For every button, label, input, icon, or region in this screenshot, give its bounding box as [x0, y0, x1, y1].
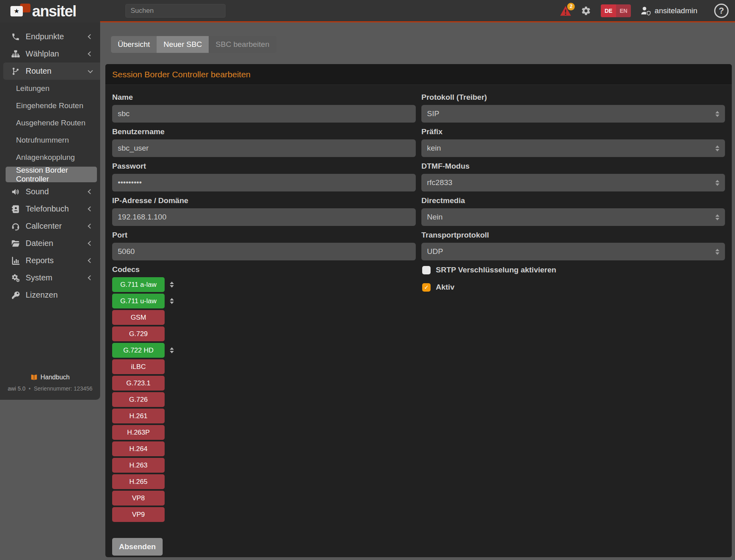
name-field[interactable] — [112, 105, 416, 123]
select-arrows-icon — [715, 214, 719, 220]
form-right-column: Protokoll (Treiber) SIP Präfix kein DTMF… — [421, 93, 725, 556]
sidebar-item-endpunkte[interactable]: Endpunkte — [0, 28, 100, 45]
password-label: Passwort — [112, 162, 416, 171]
dtmf-select[interactable]: rfc2833 — [421, 174, 725, 191]
sort-handle-icon[interactable] — [170, 282, 174, 288]
search-input[interactable] — [125, 4, 226, 18]
code-branch-icon — [10, 67, 21, 76]
sidebar-item-callcenter[interactable]: Callcenter — [0, 218, 100, 235]
submenu-item-anlagenkopplung[interactable]: Anlagenkopplung — [0, 149, 100, 166]
logo-speech-bubbles-icon: ★ — [10, 2, 31, 20]
accent-divider — [100, 21, 735, 22]
sidebar-item-reports[interactable]: Reports — [0, 252, 100, 269]
brand-name: ansitel — [32, 3, 76, 20]
ip-field[interactable] — [112, 208, 416, 226]
port-field[interactable] — [112, 243, 416, 260]
directmedia-label: Directmedia — [421, 196, 725, 205]
submenu-item-eingehende-routen[interactable]: Eingehende Routen — [0, 97, 100, 114]
warning-count-badge: 2 — [567, 3, 575, 10]
tab-bar: Übersicht Neuer SBC SBC bearbeiten — [111, 36, 276, 53]
submenu-item-session-border-controller[interactable]: Session Border Controller — [6, 167, 97, 182]
codec-button[interactable]: H.263 — [112, 458, 165, 473]
sort-handle-icon[interactable] — [170, 347, 174, 353]
sidebar-item-label: Wählplan — [26, 49, 59, 58]
warning-icon[interactable]: 2 — [560, 6, 571, 16]
phone-icon — [10, 32, 21, 41]
sidebar-item-label: Routen — [26, 66, 52, 76]
headset-icon — [10, 222, 21, 231]
chevron-left-icon — [88, 34, 93, 39]
codec-button[interactable]: H.261 — [112, 409, 165, 423]
codec-button[interactable]: G.711 u-law — [112, 294, 165, 308]
tab-sbc-bearbeiten: SBC bearbeiten — [209, 36, 276, 53]
gears-icon — [10, 274, 21, 282]
help-icon[interactable]: ? — [714, 4, 729, 18]
username-label: Benutzername — [112, 127, 416, 136]
sbc-edit-panel: Session Border Controller bearbeiten Nam… — [105, 64, 732, 557]
chevron-left-icon — [88, 258, 93, 263]
select-arrows-icon — [715, 111, 719, 117]
prefix-label: Präfix — [421, 127, 725, 136]
sidebar-item-dateien[interactable]: Dateien — [0, 235, 100, 252]
chevron-left-icon — [88, 189, 93, 194]
submenu-item-leitungen[interactable]: Leitungen — [0, 80, 100, 97]
sidebar-item-system[interactable]: System — [0, 269, 100, 286]
lang-en-button[interactable]: EN — [616, 4, 631, 17]
prefix-select[interactable]: kein — [421, 139, 725, 157]
sidebar-item-routen[interactable]: Routen — [3, 62, 100, 80]
brand-logo[interactable]: ★ ansitel — [0, 0, 100, 22]
submenu-item-notrufnummern[interactable]: Notrufnummern — [0, 131, 100, 149]
settings-gear-icon[interactable] — [581, 6, 591, 16]
book-icon — [30, 374, 38, 381]
sidebar-item-sound[interactable]: Sound — [0, 183, 100, 200]
codec-button[interactable]: G.723.1 — [112, 376, 165, 391]
select-arrows-icon — [715, 180, 719, 186]
password-field[interactable] — [112, 174, 416, 191]
sidebar-item-label: Sound — [26, 187, 49, 196]
check-mark-icon: ✓ — [424, 284, 429, 290]
chevron-left-icon — [88, 206, 93, 212]
codec-button[interactable]: G.726 — [112, 392, 165, 407]
codec-button[interactable]: VP9 — [112, 507, 165, 522]
sort-handle-icon[interactable] — [170, 298, 174, 304]
dtmf-label: DTMF-Modus — [421, 162, 725, 171]
srtp-checkbox[interactable] — [422, 266, 431, 274]
codec-button[interactable]: G.711 a-law — [112, 277, 165, 292]
codec-button[interactable]: H.263P — [112, 425, 165, 440]
codecs-label: Codecs — [112, 265, 416, 274]
bar-chart-icon — [10, 256, 21, 265]
sidebar-item-lizenzen[interactable]: Lizenzen — [0, 286, 100, 304]
version-label: awi 5.0 — [8, 385, 25, 392]
ip-label: IP-Adresse / Domäne — [112, 196, 416, 205]
tab-uebersicht[interactable]: Übersicht — [111, 36, 157, 53]
submenu-item-ausgehende-routen[interactable]: Ausgehende Routen — [0, 114, 100, 131]
codec-button[interactable]: H.264 — [112, 441, 165, 456]
username-field[interactable] — [112, 139, 416, 157]
codec-button[interactable]: GSM — [112, 310, 165, 325]
lang-de-button[interactable]: DE — [601, 4, 616, 17]
sidebar-item-waehlplan[interactable]: Wählplan — [0, 45, 100, 62]
chevron-left-icon — [88, 51, 93, 56]
transport-select[interactable]: UDP — [421, 243, 725, 260]
codec-button[interactable]: G.722 HD — [112, 343, 165, 358]
sidebar-item-telefonbuch[interactable]: Telefonbuch — [0, 200, 100, 218]
serial-number: Seriennummer: 123456 — [34, 385, 92, 392]
codec-button[interactable]: iLBC — [112, 359, 165, 374]
folder-open-icon — [10, 239, 21, 248]
directmedia-select[interactable]: Nein — [421, 208, 725, 226]
codec-button[interactable]: H.265 — [112, 474, 165, 489]
user-menu[interactable]: ansiteladmin — [640, 6, 697, 16]
protocol-select[interactable]: SIP — [421, 105, 725, 123]
codec-button[interactable]: VP8 — [112, 491, 165, 506]
aktiv-checkbox[interactable]: ✓ — [422, 283, 431, 292]
submit-button[interactable]: Absenden — [112, 538, 163, 556]
sidebar-item-label: Dateien — [26, 239, 53, 248]
sidebar: ★ ansitel Endpunkte Wählplan Routen — [0, 0, 100, 400]
main-content: Übersicht Neuer SBC SBC bearbeiten Sessi… — [100, 22, 735, 560]
codec-button[interactable]: G.729 — [112, 326, 165, 341]
handbuch-link[interactable]: Handbuch — [0, 374, 100, 381]
tab-neuer-sbc[interactable]: Neuer SBC — [157, 36, 209, 53]
codec-list: G.711 a-law G.711 u-law GSM G.729 G.722 … — [112, 277, 416, 522]
user-shield-icon — [640, 6, 651, 16]
language-switch: DE EN — [601, 4, 631, 17]
